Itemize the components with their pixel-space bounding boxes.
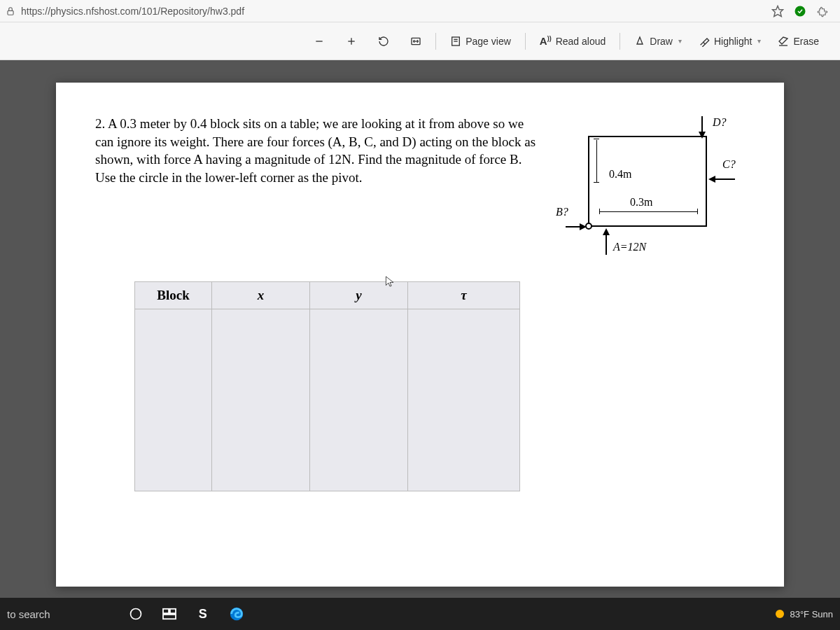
erase-button[interactable]: Erase <box>771 31 826 51</box>
force-a-arrow <box>599 227 613 258</box>
erase-label: Erase <box>793 36 819 47</box>
highlight-icon <box>699 36 710 47</box>
svg-point-20 <box>130 609 141 620</box>
draw-button[interactable]: Draw ▾ <box>627 31 689 51</box>
pdf-toolbar: Page view A)) Read aloud Draw ▾ Highligh… <box>0 22 840 60</box>
svg-marker-13 <box>699 132 706 139</box>
lock-icon <box>6 6 15 16</box>
table-header-block: Block <box>135 282 212 309</box>
svg-marker-19 <box>603 228 610 235</box>
weather-icon <box>776 610 784 618</box>
erase-icon <box>778 36 789 47</box>
windows-taskbar: to search S 83°F Sunn <box>0 598 840 630</box>
highlight-button[interactable]: Highlight ▾ <box>692 31 768 51</box>
taskbar-search-text[interactable]: to search <box>7 608 64 620</box>
table-header-y: y <box>310 282 408 309</box>
svg-rect-23 <box>163 615 176 619</box>
block-diagram: 0.4m 0.3m D? C? B? A=12N <box>560 115 742 269</box>
zoom-in-button[interactable] <box>339 31 364 51</box>
table-header-tau: τ <box>408 282 520 309</box>
extensions-icon[interactable] <box>816 5 829 18</box>
force-d-arrow <box>692 115 713 140</box>
read-aloud-button[interactable]: A)) Read aloud <box>533 31 612 51</box>
table-header-x: x <box>212 282 310 309</box>
fit-button[interactable] <box>403 31 428 51</box>
force-a-label: A=12N <box>613 241 646 253</box>
highlight-label: Highlight <box>714 36 752 47</box>
edge-button[interactable] <box>221 600 252 628</box>
page-view-label: Page view <box>465 36 511 47</box>
svg-marker-1 <box>773 6 783 16</box>
force-d-label: D? <box>713 116 727 129</box>
solution-table: Block x y τ <box>134 281 520 491</box>
favorite-icon[interactable] <box>771 5 784 18</box>
table-row <box>135 309 520 491</box>
svg-rect-22 <box>170 609 176 613</box>
weather-text[interactable]: 83°F Sunn <box>790 609 833 620</box>
force-c-label: C? <box>722 158 736 171</box>
cortana-button[interactable] <box>120 600 151 628</box>
read-aloud-label: Read aloud <box>556 36 606 47</box>
pdf-page: 2. A 0.3 meter by 0.4 block sits on a ta… <box>56 83 784 587</box>
check-circle-icon[interactable] <box>794 5 806 18</box>
task-view-button[interactable] <box>154 600 185 628</box>
svg-marker-15 <box>708 176 715 183</box>
chevron-down-icon: ▾ <box>757 37 761 45</box>
svg-rect-0 <box>8 10 13 15</box>
draw-icon <box>634 36 645 47</box>
pdf-viewport[interactable]: 2. A 0.3 meter by 0.4 block sits on a ta… <box>0 60 840 598</box>
url-text[interactable]: https://physics.nfshost.com/101/Reposito… <box>21 6 766 17</box>
force-b-label: B? <box>556 206 568 218</box>
address-bar: https://physics.nfshost.com/101/Reposito… <box>0 0 840 22</box>
height-label: 0.4m <box>609 168 631 181</box>
width-label: 0.3m <box>630 196 652 209</box>
chevron-down-icon: ▾ <box>678 37 682 45</box>
page-view-button[interactable]: Page view <box>443 31 518 51</box>
svg-point-2 <box>795 6 806 16</box>
problem-text: 2. A 0.3 meter by 0.4 block sits on a ta… <box>95 115 543 269</box>
force-c-arrow <box>707 172 738 186</box>
read-aloud-icon: A)) <box>540 35 552 47</box>
draw-label: Draw <box>650 36 673 47</box>
svg-rect-21 <box>163 609 169 613</box>
page-view-icon <box>450 36 461 47</box>
pivot-circle <box>585 223 592 230</box>
app-s-button[interactable]: S <box>188 600 218 628</box>
zoom-out-button[interactable] <box>307 31 332 51</box>
rotate-button[interactable] <box>371 31 396 51</box>
